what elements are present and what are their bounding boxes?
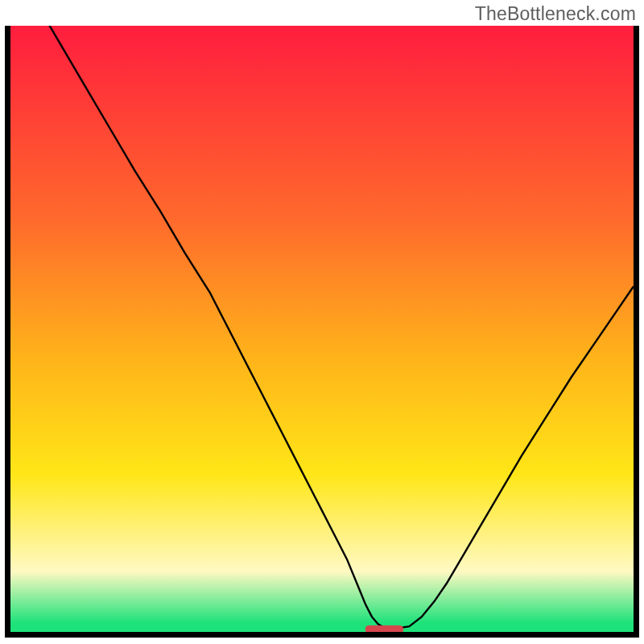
axis-bottom (5, 632, 639, 638)
chart-container (5, 26, 639, 638)
axis-right (634, 26, 639, 638)
axis-left (5, 26, 10, 638)
bottleneck-chart (5, 26, 639, 638)
watermark-text: TheBottleneck.com (475, 3, 636, 25)
